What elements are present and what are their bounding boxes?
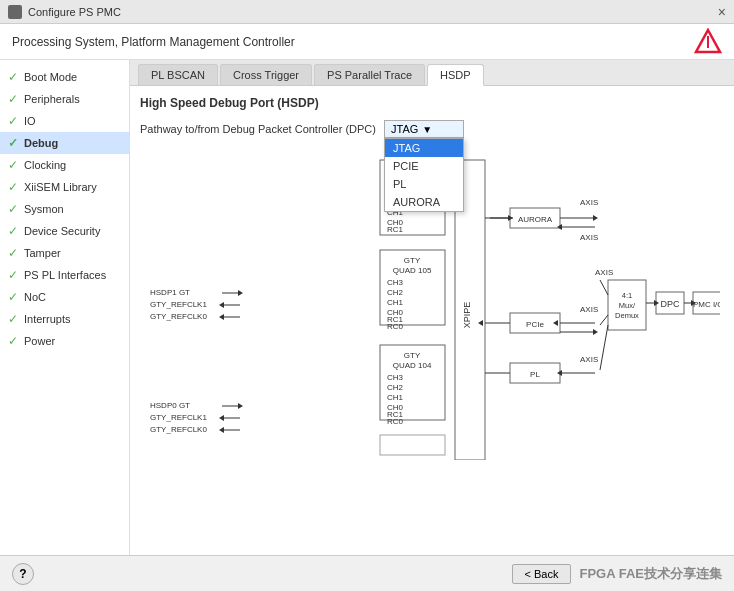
dropdown-option-jtag[interactable]: JTAG <box>385 139 463 157</box>
tab-hsdp[interactable]: HSDP <box>427 64 484 86</box>
sidebar-label: NoC <box>24 291 46 303</box>
sidebar-item-interrupts[interactable]: ✓ Interrupts <box>0 308 129 330</box>
chevron-down-icon: ▼ <box>422 124 432 135</box>
sidebar-label: Interrupts <box>24 313 70 325</box>
app-header-title: Processing System, Platform Management C… <box>12 35 295 49</box>
dropdown-trigger[interactable]: JTAG ▼ <box>384 120 464 138</box>
tab-pl-bscan[interactable]: PL BSCAN <box>138 64 218 85</box>
dpc-label: Pathway to/from Debug Packet Controller … <box>140 123 376 135</box>
svg-text:4:1: 4:1 <box>622 291 632 300</box>
svg-text:GTY_REFCLK0: GTY_REFCLK0 <box>150 312 207 321</box>
svg-marker-37 <box>219 314 224 320</box>
content-area: PL BSCAN Cross Trigger PS Parallel Trace… <box>130 60 734 555</box>
svg-text:XPIPE: XPIPE <box>462 302 472 329</box>
dropdown-selected: JTAG <box>391 123 418 135</box>
svg-text:GTY_REFCLK0: GTY_REFCLK0 <box>150 425 207 434</box>
title-bar-left: Configure PS PMC <box>8 5 121 19</box>
svg-text:CH2: CH2 <box>387 288 404 297</box>
svg-text:GTY_REFCLK1: GTY_REFCLK1 <box>150 413 207 422</box>
svg-text:PCIe: PCIe <box>526 320 544 329</box>
dropdown-container: JTAG ▼ JTAG PCIE PL AURORA <box>384 120 464 138</box>
svg-text:GTY_REFCLK1: GTY_REFCLK1 <box>150 300 207 309</box>
check-icon: ✓ <box>8 312 18 326</box>
dropdown-option-aurora[interactable]: AURORA <box>385 193 463 211</box>
svg-text:CH3: CH3 <box>387 373 404 382</box>
sidebar-label: Sysmon <box>24 203 64 215</box>
back-button[interactable]: < Back <box>512 564 572 584</box>
sidebar: ✓ Boot Mode ✓ Peripherals ✓ IO ✓ Debug ✓… <box>0 60 130 555</box>
sidebar-item-io[interactable]: ✓ IO <box>0 110 129 132</box>
xilinx-logo <box>694 28 722 56</box>
svg-text:HSDP0 GT: HSDP0 GT <box>150 401 190 410</box>
sidebar-item-xiisem[interactable]: ✓ XiiSEM Library <box>0 176 129 198</box>
tab-bar: PL BSCAN Cross Trigger PS Parallel Trace… <box>130 60 734 86</box>
svg-text:PL: PL <box>530 370 540 379</box>
check-icon: ✓ <box>8 158 18 172</box>
sidebar-item-boot-mode[interactable]: ✓ Boot Mode <box>0 66 129 88</box>
check-icon: ✓ <box>8 92 18 106</box>
svg-text:QUAD 104: QUAD 104 <box>393 361 432 370</box>
sidebar-label: Device Security <box>24 225 100 237</box>
svg-text:CH2: CH2 <box>387 383 404 392</box>
check-icon: ✓ <box>8 290 18 304</box>
tab-cross-trigger[interactable]: Cross Trigger <box>220 64 312 85</box>
app-icon <box>8 5 22 19</box>
bottom-right: < Back FPGA FAE技术分享连集 <box>512 564 722 584</box>
svg-text:RC0: RC0 <box>387 417 404 426</box>
svg-marker-33 <box>238 290 243 296</box>
title-bar: Configure PS PMC × <box>0 0 734 24</box>
check-icon: ✓ <box>8 114 18 128</box>
sidebar-item-ps-pl[interactable]: ✓ PS PL Interfaces <box>0 264 129 286</box>
svg-text:AXIS: AXIS <box>580 305 598 314</box>
svg-marker-44 <box>219 415 224 421</box>
svg-text:GTY: GTY <box>404 351 421 360</box>
check-icon: ✓ <box>8 246 18 260</box>
close-button[interactable]: × <box>718 4 726 20</box>
svg-text:DPC: DPC <box>660 299 680 309</box>
sidebar-item-device-security[interactable]: ✓ Device Security <box>0 220 129 242</box>
svg-text:PMC I/C: PMC I/C <box>693 300 720 309</box>
tab-ps-parallel-trace[interactable]: PS Parallel Trace <box>314 64 425 85</box>
sidebar-item-debug[interactable]: ✓ Debug <box>0 132 129 154</box>
svg-line-84 <box>600 325 608 370</box>
main-layout: ✓ Boot Mode ✓ Peripherals ✓ IO ✓ Debug ✓… <box>0 60 734 555</box>
svg-text:AXIS: AXIS <box>580 198 598 207</box>
sidebar-label: IO <box>24 115 36 127</box>
dropdown-option-pl[interactable]: PL <box>385 175 463 193</box>
sidebar-item-tamper[interactable]: ✓ Tamper <box>0 242 129 264</box>
sidebar-label: Clocking <box>24 159 66 171</box>
sidebar-item-clocking[interactable]: ✓ Clocking <box>0 154 129 176</box>
sidebar-item-sysmon[interactable]: ✓ Sysmon <box>0 198 129 220</box>
dropdown-option-pcie[interactable]: PCIE <box>385 157 463 175</box>
check-icon: ✓ <box>8 202 18 216</box>
sidebar-label: Peripherals <box>24 93 80 105</box>
svg-text:Demux: Demux <box>615 311 639 320</box>
svg-text:RC1: RC1 <box>387 225 404 234</box>
watermark: FPGA FAE技术分享连集 <box>579 565 722 583</box>
sidebar-item-power[interactable]: ✓ Power <box>0 330 129 352</box>
title-bar-title: Configure PS PMC <box>28 6 121 18</box>
svg-marker-42 <box>238 403 243 409</box>
svg-text:CH3: CH3 <box>387 278 404 287</box>
panel-title: High Speed Debug Port (HSDP) <box>140 96 724 110</box>
sidebar-label: Debug <box>24 137 58 149</box>
svg-text:HSDP1 GT: HSDP1 GT <box>150 288 190 297</box>
svg-text:QUAD 105: QUAD 105 <box>393 266 432 275</box>
svg-rect-28 <box>380 435 445 455</box>
svg-text:AXIS: AXIS <box>580 233 598 242</box>
svg-text:RC0: RC0 <box>387 322 404 331</box>
check-icon: ✓ <box>8 268 18 282</box>
check-icon: ✓ <box>8 180 18 194</box>
check-icon: ✓ <box>8 334 18 348</box>
dpc-row: Pathway to/from Debug Packet Controller … <box>140 120 724 138</box>
app-header: Processing System, Platform Management C… <box>0 24 734 60</box>
sidebar-item-noc[interactable]: ✓ NoC <box>0 286 129 308</box>
svg-text:CH1: CH1 <box>387 298 404 307</box>
svg-text:GTY: GTY <box>404 256 421 265</box>
sidebar-label: PS PL Interfaces <box>24 269 106 281</box>
sidebar-item-peripherals[interactable]: ✓ Peripherals <box>0 88 129 110</box>
svg-text:Mux/: Mux/ <box>619 301 636 310</box>
svg-line-83 <box>600 315 608 325</box>
sidebar-label: Tamper <box>24 247 61 259</box>
help-button[interactable]: ? <box>12 563 34 585</box>
